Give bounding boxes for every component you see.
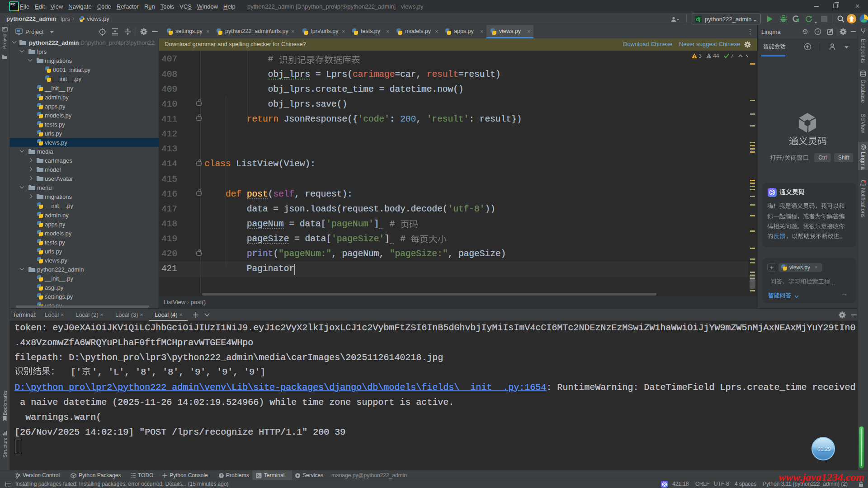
svg-text:?: ? — [816, 30, 819, 34]
